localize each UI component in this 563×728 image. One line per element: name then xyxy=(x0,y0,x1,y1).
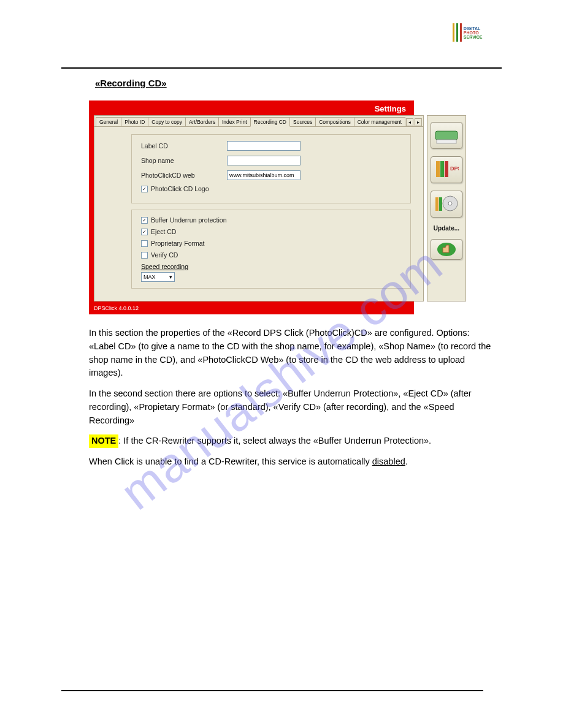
photoclick-cd-logo-checkbox[interactable]: ✓ xyxy=(141,186,148,192)
side-panel: DPS Update... xyxy=(427,115,466,301)
recording-options-group: ✓ Buffer Underrun protection ✓ Eject CD … xyxy=(131,210,411,289)
tab-recording-cd[interactable]: Recording CD xyxy=(250,117,290,127)
side-button-1[interactable] xyxy=(431,122,462,149)
svg-rect-4 xyxy=(445,161,448,177)
label-cd-input[interactable] xyxy=(227,141,301,151)
body-text: In this section the properties of the «R… xyxy=(89,327,496,469)
update-label: Update... xyxy=(434,225,459,232)
svg-rect-0 xyxy=(435,131,458,140)
tab-scroll-right[interactable]: ▸ xyxy=(415,118,422,126)
dps-logo: DIGITAL PHOTO SERVICE xyxy=(453,23,483,48)
dps-click-icon: DPS xyxy=(434,159,459,180)
photoclickcd-web-label: PhotoClickCD web xyxy=(141,172,227,179)
tab-compositions[interactable]: Compositions xyxy=(315,117,354,126)
svg-rect-2 xyxy=(436,161,440,177)
verify-cd-checkbox[interactable] xyxy=(141,252,148,259)
section-heading: «Recording CD» xyxy=(95,78,502,88)
tab-sources[interactable]: Sources xyxy=(289,117,316,126)
partner-icon xyxy=(434,126,459,145)
side-button-2[interactable]: DPS xyxy=(431,156,462,183)
photoclickcd-web-input[interactable] xyxy=(227,170,301,180)
note-text: : If the CR-Rewriter supports it, select… xyxy=(118,436,431,446)
svg-point-7 xyxy=(448,202,452,205)
svg-rect-9 xyxy=(439,197,442,211)
tab-strip: General Photo ID Copy to copy Art/Border… xyxy=(94,116,423,127)
window-title: Settings xyxy=(91,102,412,115)
cd-icon xyxy=(434,194,459,214)
tab-copy-to-copy[interactable]: Copy to copy xyxy=(148,117,186,126)
cd-info-group: Label CD Shop name PhotoClickCD web ✓ Ph… xyxy=(131,134,411,203)
tab-art-borders[interactable]: Art/Borders xyxy=(185,117,219,126)
eject-cd-checkbox[interactable]: ✓ xyxy=(141,229,148,235)
paragraph-2: In the second section there are options … xyxy=(89,387,496,427)
tab-scroll-left[interactable]: ◂ xyxy=(406,118,413,126)
tab-pane: General Photo ID Copy to copy Art/Border… xyxy=(94,115,424,301)
label-cd-label: Label CD xyxy=(141,142,227,150)
proprietary-format-label: Proprietary Format xyxy=(151,240,205,247)
paragraph-3: When Click is unable to find a CD-Rewrit… xyxy=(89,455,496,469)
thumbs-up-icon xyxy=(435,241,458,257)
svg-text:DPS: DPS xyxy=(450,165,459,172)
settings-window: Settings General Photo ID Copy to copy A… xyxy=(89,100,414,314)
tab-color-management[interactable]: Color management xyxy=(354,117,405,126)
verify-cd-label: Verify CD xyxy=(151,251,178,259)
proprietary-format-checkbox[interactable] xyxy=(141,240,148,247)
status-bar: DPSClick 4.0.0.12 xyxy=(91,304,412,313)
chevron-down-icon: ▾ xyxy=(169,274,172,280)
tab-photo-id[interactable]: Photo ID xyxy=(121,117,148,126)
svg-rect-8 xyxy=(435,197,439,211)
speed-recording-value: MAX xyxy=(144,274,156,280)
tab-general[interactable]: General xyxy=(96,117,121,126)
footer-rule xyxy=(61,690,483,691)
tab-index-print[interactable]: Index Print xyxy=(218,117,251,126)
buffer-underrun-label: Buffer Underrun protection xyxy=(151,216,227,224)
eject-cd-label: Eject CD xyxy=(151,228,176,235)
speed-recording-select[interactable]: MAX ▾ xyxy=(141,272,175,282)
note-paragraph: NOTE: If the CR-Rewriter supports it, se… xyxy=(89,434,496,448)
speed-recording-label: Speed recording xyxy=(141,263,401,270)
paragraph-1: In this section the properties of the «R… xyxy=(89,327,496,380)
recording-cd-panel: Label CD Shop name PhotoClickCD web ✓ Ph… xyxy=(94,127,423,301)
note-badge: NOTE xyxy=(89,434,118,448)
photoclick-cd-logo-label: PhotoClick CD Logo xyxy=(151,185,209,192)
buffer-underrun-checkbox[interactable]: ✓ xyxy=(141,217,148,224)
svg-rect-1 xyxy=(437,140,456,143)
shop-name-label: Shop name xyxy=(141,157,227,164)
svg-rect-3 xyxy=(440,161,444,177)
side-button-3[interactable] xyxy=(431,191,462,218)
shop-name-input[interactable] xyxy=(227,156,301,165)
header-rule xyxy=(61,67,502,69)
apply-button[interactable] xyxy=(431,239,462,260)
